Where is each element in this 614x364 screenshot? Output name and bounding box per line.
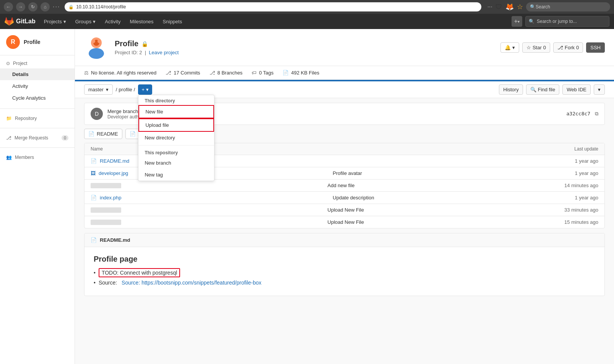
readme-link-label: README xyxy=(97,131,118,137)
table-row[interactable]: Upload New File 15 minutes ago xyxy=(84,216,604,228)
sidebar-merge-label: Merge Requests xyxy=(15,135,48,141)
star-icon: ☆ xyxy=(526,45,531,50)
commits-stat[interactable]: ⎇ 17 Commits xyxy=(166,70,200,76)
history-button[interactable]: History xyxy=(499,84,523,95)
add-button[interactable]: + ▾ xyxy=(138,84,152,95)
readme-quicklink[interactable]: 📄 README xyxy=(84,129,122,139)
toolbar-right: History 🔍 Find file Web IDE ▾ xyxy=(499,84,605,95)
find-file-button[interactable]: 🔍 Find file xyxy=(526,84,560,95)
sidebar-section-project[interactable]: ⊙ Project xyxy=(0,58,75,68)
bullet-icon: • xyxy=(94,270,96,276)
ssh-button[interactable]: SSH xyxy=(586,42,605,53)
browser-bar: ← → ↻ ⌂ ··· 🔒 10.10.10.114/root/profile … xyxy=(0,0,614,14)
new-branch-label: New branch xyxy=(145,160,171,166)
leave-project-link[interactable]: Leave project xyxy=(149,50,179,55)
path-part: profile xyxy=(119,87,132,92)
readme-item-0: • TODO: Connect with postgresql xyxy=(94,268,595,277)
dropdown-new-directory[interactable]: New directory xyxy=(138,132,214,144)
add-dropdown-menu: This directory New file Upload file New … xyxy=(138,95,214,181)
sidebar-repository-header[interactable]: 📁 Repository xyxy=(0,113,75,123)
new-file-label: New file xyxy=(145,109,163,115)
sidebar-merge-header[interactable]: ⎇ Merge Requests 0 xyxy=(0,133,75,143)
sidebar-cycle-label: Cycle Analytics xyxy=(12,95,45,101)
branches-count: 8 Branches xyxy=(218,70,243,76)
sidebar-project-section: ⊙ Project Details Activity Cycle Analyti… xyxy=(0,55,75,107)
sidebar-members-header[interactable]: 👥 Members xyxy=(0,152,75,162)
more-options-button[interactable]: ▾ xyxy=(594,84,605,95)
nav-projects[interactable]: Projects ▾ xyxy=(40,14,70,29)
branches-stat[interactable]: ⎇ 8 Branches xyxy=(210,70,243,76)
nav-groups-label: Groups xyxy=(75,19,92,24)
nav-milestones[interactable]: Milestones xyxy=(126,14,157,29)
star-button[interactable]: ☆ Star 0 xyxy=(522,42,550,53)
gitlab-logo[interactable]: GitLab xyxy=(5,17,36,26)
dropdown-new-tag[interactable]: New tag xyxy=(138,169,214,181)
project-header: Profile 🔒 Project ID: 2 | Leave project … xyxy=(75,29,614,66)
shield-icon: 🛡 xyxy=(495,3,502,11)
commit-avatar: D xyxy=(91,108,103,120)
file-name-text: README.md xyxy=(100,158,129,164)
new-tag-label: New tag xyxy=(145,172,163,178)
find-file-label: Find file xyxy=(538,87,556,92)
readme-todo-text: TODO: Connect with postgresql xyxy=(99,268,180,277)
readme-section: 📄 README.md Profile page • TODO: Connect… xyxy=(84,233,605,296)
file-date-cell: 1 year ago xyxy=(575,170,598,176)
file-name-blurred xyxy=(91,220,121,225)
fork-count: 0 xyxy=(576,45,579,50)
file-name-cell: 📄 index.php xyxy=(91,195,333,201)
history-label: History xyxy=(503,87,518,92)
web-ide-button[interactable]: Web IDE xyxy=(562,84,591,95)
dropdown-upload-file[interactable]: Upload file xyxy=(138,118,214,132)
dropdown-divider xyxy=(138,145,214,146)
sidebar-activity-label: Activity xyxy=(12,83,28,89)
forward-button[interactable]: → xyxy=(16,2,25,11)
repo-toolbar: master ▾ / profile / + ▾ This directory … xyxy=(75,81,614,98)
upload-file-label: Upload file xyxy=(145,122,169,128)
web-ide-label: Web IDE xyxy=(567,87,586,92)
readme-header-text: README.md xyxy=(100,237,130,243)
readme-icon: 📄 xyxy=(88,131,94,137)
sidebar-item-details[interactable]: Details xyxy=(0,68,75,80)
sidebar-divider-1 xyxy=(0,108,75,109)
file-name-cell xyxy=(91,183,328,188)
readme-source-link[interactable]: Source: https://bootsnipp.com/snippets/f… xyxy=(122,280,262,286)
tags-stat[interactable]: 🏷 0 Tags xyxy=(252,70,273,76)
commits-count: 17 Commits xyxy=(174,70,200,76)
sidebar-item-cycle-analytics[interactable]: Cycle Analytics xyxy=(0,92,75,104)
tags-icon: 🏷 xyxy=(252,70,257,76)
dropdown-new-branch[interactable]: New branch xyxy=(138,157,214,169)
nav-search-bar[interactable]: 🔍 Search or jump to... xyxy=(525,16,609,27)
chevron-down-icon: ▾ xyxy=(598,87,601,92)
nav-snippets[interactable]: Snippets xyxy=(159,14,186,29)
sidebar-item-activity[interactable]: Activity xyxy=(0,80,75,92)
branch-select[interactable]: master ▾ xyxy=(84,84,113,95)
new-plus-button[interactable]: + ▾ xyxy=(512,16,522,27)
dropdown-repo-label: This repository xyxy=(138,147,214,157)
nav-activity[interactable]: Activity xyxy=(101,14,124,29)
url-bar[interactable]: 🔒 10.10.10.114/root/profile xyxy=(65,2,481,11)
file-name-blurred xyxy=(91,183,121,188)
notifications-button[interactable]: 🔔 ▾ xyxy=(501,43,519,52)
dropdown-new-file[interactable]: New file xyxy=(138,105,214,118)
star-browser-icon: ☆ xyxy=(517,3,523,11)
refresh-button[interactable]: ↻ xyxy=(28,2,37,11)
browser-search[interactable]: 🔍 Search xyxy=(526,2,610,11)
table-row[interactable]: Add new file 14 minutes ago xyxy=(84,180,604,192)
file-name-blurred xyxy=(91,207,121,213)
fork-button[interactable]: ⎇ Fork 0 xyxy=(553,42,583,53)
table-row[interactable]: Upload New File 33 minutes ago xyxy=(84,204,604,216)
nav-groups[interactable]: Groups ▾ xyxy=(71,14,100,29)
home-button[interactable]: ⌂ xyxy=(41,2,50,11)
back-button[interactable]: ← xyxy=(4,2,13,11)
commit-hash: a32cc8c7 xyxy=(567,111,591,116)
url-text: 10.10.10.114/root/profile xyxy=(76,4,126,10)
lock-icon: 🔒 xyxy=(141,41,148,47)
table-row[interactable]: 📄 index.php Update description 1 year ag… xyxy=(84,192,604,204)
main-layout: R Profile ⊙ Project Details Activity Cyc… xyxy=(0,29,614,364)
members-icon: 👥 xyxy=(6,155,12,160)
sidebar-members-section: 👥 Members xyxy=(0,149,75,165)
file-date-cell: 1 year ago xyxy=(575,158,598,164)
copy-icon[interactable]: ⧉ xyxy=(595,111,598,116)
file-date-cell: 14 minutes ago xyxy=(564,183,598,188)
chevron-down-small-icon: ▾ xyxy=(518,19,520,24)
